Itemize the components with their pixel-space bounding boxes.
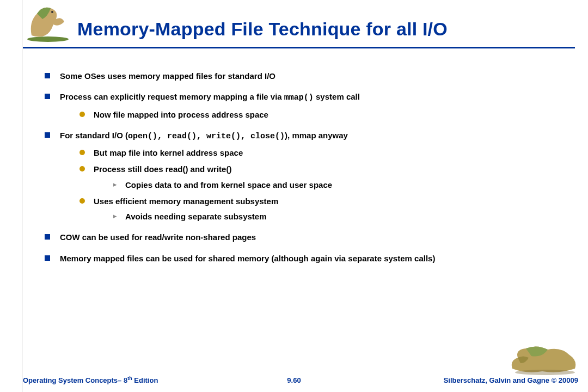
sub-sub-bullet-item: Copies data to and from kernel space and… <box>113 180 567 191</box>
sub-bullet-item: Now file mapped into process address spa… <box>79 109 567 120</box>
text: For standard I/O ( <box>60 131 128 140</box>
footer-copyright: Silberschatz, Galvin and Gagne © 20009 <box>444 376 578 384</box>
svg-point-2 <box>515 370 575 375</box>
slide-title: Memory-Mapped File Technique for all I/O <box>77 19 448 40</box>
bullet-item: Process can explicitly request memory ma… <box>45 91 567 120</box>
text: ), mmap anyway <box>285 131 348 140</box>
code-text: mmap() <box>284 93 314 102</box>
sub-bullet-item: Process still does read() and write() Co… <box>79 164 567 191</box>
svg-point-1 <box>51 11 53 13</box>
left-margin <box>0 0 23 392</box>
dinosaur-bottom-icon <box>510 339 580 377</box>
sub-sub-bullet-item: Avoids needing separate subsystem <box>113 211 567 222</box>
bullet-item: For standard I/O (open(), read(), write(… <box>45 130 567 223</box>
text: system call <box>314 92 360 101</box>
bullet-item: Memory mapped files can be used for shar… <box>45 253 567 264</box>
code-text: open(), read(), write(), close() <box>128 132 285 141</box>
svg-point-0 <box>27 36 69 42</box>
sub-bullet-item: Uses efficient memory management subsyst… <box>79 196 567 223</box>
text: Process can explicitly request memory ma… <box>60 92 284 101</box>
bullet-item: COW can be used for read/write non-share… <box>45 232 567 243</box>
dinosaur-top-icon <box>21 0 75 42</box>
sub-bullet-item: But map file into kernel address space <box>79 148 567 158</box>
slide-body: Some OSes uses memory mapped files for s… <box>45 71 567 274</box>
bullet-item: Some OSes uses memory mapped files for s… <box>45 71 567 82</box>
text: Process still does read() and write() <box>94 164 231 174</box>
text: Uses efficient memory management subsyst… <box>94 197 278 206</box>
title-underline <box>23 47 575 48</box>
